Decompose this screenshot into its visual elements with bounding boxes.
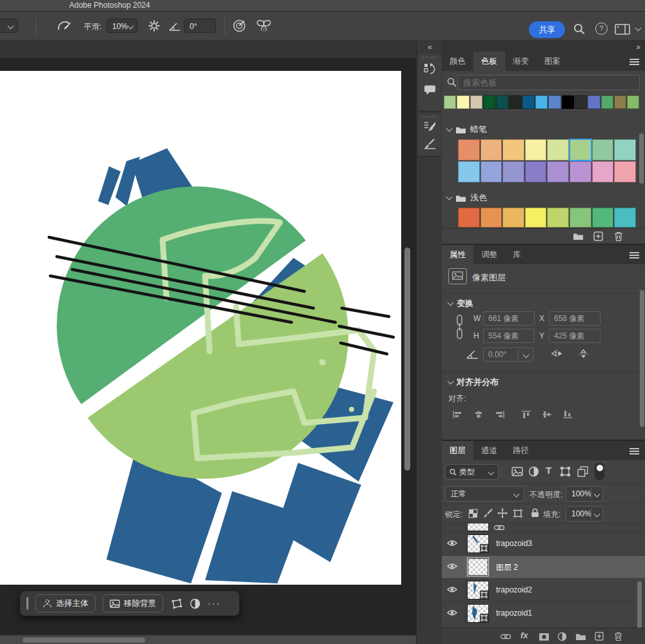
swatch[interactable] bbox=[614, 139, 636, 161]
link-dimensions-icon[interactable] bbox=[455, 314, 464, 340]
tab-paths[interactable]: 路径 bbox=[505, 441, 537, 460]
search-swatches-input[interactable] bbox=[457, 75, 640, 90]
swatch-group-header[interactable]: 蜡笔 bbox=[447, 124, 487, 135]
layers-scrollbar[interactable] bbox=[637, 581, 642, 628]
new-group-folder-icon[interactable] bbox=[575, 632, 586, 641]
y-field[interactable]: 425 像素 bbox=[549, 329, 600, 343]
mixer-brush-icon[interactable] bbox=[423, 138, 437, 150]
swatch[interactable] bbox=[458, 161, 480, 182]
swatch[interactable] bbox=[481, 161, 502, 182]
panel-scrollbar[interactable] bbox=[639, 133, 644, 184]
visibility-eye-icon[interactable] bbox=[447, 586, 457, 593]
swatch[interactable] bbox=[547, 139, 569, 161]
swatch[interactable] bbox=[458, 139, 480, 161]
swatch[interactable] bbox=[588, 95, 600, 109]
transform-warp-icon[interactable] bbox=[170, 598, 183, 609]
swatch[interactable] bbox=[525, 161, 547, 182]
layer-row[interactable]: trapozoid3 bbox=[442, 532, 645, 556]
lock-pixels-brush-icon[interactable] bbox=[483, 509, 493, 518]
share-button[interactable]: 共享 bbox=[529, 21, 565, 38]
swatch[interactable] bbox=[481, 139, 502, 161]
collapse-panels-button[interactable]: « bbox=[417, 43, 442, 52]
swatch[interactable] bbox=[570, 208, 591, 228]
swatch[interactable] bbox=[457, 95, 469, 109]
visibility-eye-icon[interactable] bbox=[447, 609, 457, 616]
tab-layers[interactable]: 图层 bbox=[442, 441, 473, 460]
panel-menu-icon[interactable] bbox=[630, 448, 639, 449]
swatch[interactable] bbox=[458, 208, 480, 228]
tab-properties[interactable]: 属性 bbox=[442, 245, 473, 264]
swatch[interactable] bbox=[496, 95, 508, 109]
swatch[interactable] bbox=[592, 161, 614, 182]
swatch[interactable] bbox=[547, 161, 569, 182]
swatch[interactable] bbox=[509, 95, 521, 109]
tab-color[interactable]: 颜色 bbox=[442, 52, 473, 71]
filter-smart-objects-icon[interactable] bbox=[577, 466, 588, 477]
swatch[interactable] bbox=[470, 95, 482, 109]
lock-position-move-icon[interactable] bbox=[497, 508, 508, 518]
new-layer-icon[interactable] bbox=[595, 632, 604, 641]
trash-icon[interactable] bbox=[614, 632, 622, 641]
filter-shape-layers-icon[interactable] bbox=[560, 466, 571, 477]
layer-row-partial[interactable] bbox=[442, 523, 645, 532]
swatch[interactable] bbox=[535, 95, 548, 109]
height-field[interactable]: 554 像素 bbox=[483, 329, 535, 343]
lock-all-icon[interactable] bbox=[531, 508, 539, 518]
adjustment-layer-icon[interactable] bbox=[557, 632, 567, 641]
link-layers-icon[interactable] bbox=[500, 634, 511, 639]
angle-value-input[interactable]: 0° bbox=[184, 19, 216, 33]
new-swatch-icon[interactable] bbox=[593, 231, 603, 241]
gear-icon[interactable] bbox=[148, 20, 160, 32]
visibility-eye-icon[interactable] bbox=[447, 563, 457, 570]
panel-grip[interactable] bbox=[422, 116, 437, 117]
remove-background-button[interactable]: 移除背景 bbox=[103, 594, 163, 612]
swatch[interactable] bbox=[614, 208, 636, 228]
x-field[interactable]: 658 像素 bbox=[549, 311, 600, 326]
tab-gradients[interactable]: 渐变 bbox=[505, 52, 537, 71]
brushes-panel-icon[interactable] bbox=[423, 120, 436, 133]
transform-section-header[interactable]: 变换 bbox=[448, 298, 473, 309]
flip-vertical-icon[interactable] bbox=[577, 349, 590, 359]
rotation-dropdown[interactable]: 0.00° bbox=[483, 347, 533, 362]
align-bottom-icon[interactable] bbox=[562, 410, 573, 419]
adjustment-contrast-icon[interactable] bbox=[190, 598, 201, 609]
swatch[interactable] bbox=[601, 95, 613, 109]
panel-menu-icon[interactable] bbox=[630, 59, 639, 60]
filter-pixel-layers-icon[interactable] bbox=[511, 467, 523, 476]
tab-libraries[interactable]: 库 bbox=[505, 245, 529, 264]
swatch[interactable] bbox=[627, 95, 639, 109]
swatch[interactable] bbox=[562, 95, 574, 109]
filter-type-layers-icon[interactable]: T bbox=[546, 465, 551, 476]
horizontal-scrollbar[interactable] bbox=[23, 638, 145, 643]
opacity-dropdown[interactable]: 100% bbox=[566, 486, 603, 502]
swatch-selected[interactable] bbox=[570, 139, 591, 161]
taskbar-grip[interactable] bbox=[26, 597, 28, 610]
workspace-icon[interactable] bbox=[615, 24, 630, 35]
swatch-group-header[interactable]: 浅色 bbox=[447, 192, 487, 204]
swatch[interactable] bbox=[614, 161, 636, 182]
swatch[interactable] bbox=[547, 208, 569, 228]
swatch[interactable] bbox=[525, 139, 547, 161]
canvas-area[interactable]: 选择主体 移除背景 ··· bbox=[0, 40, 416, 644]
swatch[interactable] bbox=[483, 95, 495, 109]
width-field[interactable]: 661 像素 bbox=[483, 311, 535, 326]
layer-row[interactable]: trapozoid1 bbox=[442, 602, 645, 628]
align-center-horizontal-icon[interactable] bbox=[473, 410, 484, 419]
vertical-scrollbar[interactable] bbox=[404, 248, 410, 471]
swatch[interactable] bbox=[502, 139, 524, 161]
layer-effects-fx-icon[interactable]: fx bbox=[521, 630, 528, 640]
tab-adjustments[interactable]: 调整 bbox=[473, 245, 505, 264]
swatch[interactable] bbox=[481, 208, 502, 228]
align-middle-vertical-icon[interactable] bbox=[541, 410, 553, 419]
align-left-icon[interactable] bbox=[452, 410, 464, 419]
swatch[interactable] bbox=[592, 208, 614, 228]
swatch[interactable] bbox=[444, 95, 456, 109]
swatch[interactable] bbox=[575, 95, 587, 109]
filter-toggle[interactable] bbox=[595, 463, 604, 480]
panel-grip[interactable] bbox=[422, 57, 437, 58]
swatch[interactable] bbox=[614, 95, 626, 109]
layer-mask-icon[interactable] bbox=[539, 632, 550, 641]
swatch[interactable] bbox=[525, 208, 547, 228]
filter-type-dropdown[interactable]: 类型 bbox=[445, 464, 499, 480]
flip-horizontal-icon[interactable] bbox=[550, 349, 564, 358]
